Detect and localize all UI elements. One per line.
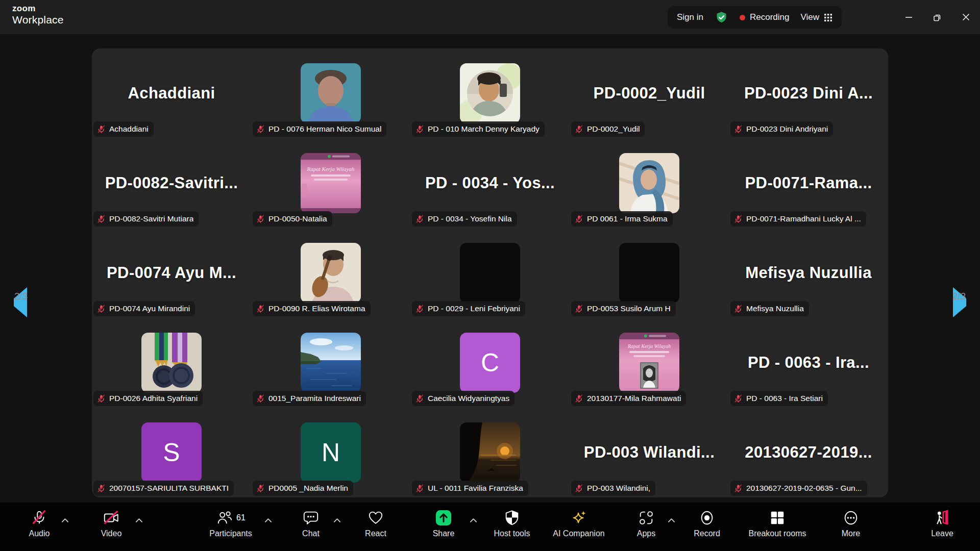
mic-muted-icon — [575, 394, 583, 403]
svg-text:Rapat Kerja Wilayah: Rapat Kerja Wilayah — [307, 166, 355, 172]
participant-name-tag: UL - 0011 Favilia Franziska — [412, 481, 528, 496]
participant-tile[interactable]: C Caecilia Widyaningtyas — [410, 318, 570, 408]
mic-muted-icon — [256, 305, 265, 313]
view-button[interactable]: View — [800, 12, 832, 22]
video-button[interactable]: Video — [68, 503, 155, 551]
restore-icon[interactable] — [923, 0, 951, 34]
participant-video-thumbnail — [301, 243, 361, 303]
participant-label: PD-0026 Adhita Syafriani — [109, 394, 198, 403]
participants-icon — [216, 509, 233, 527]
participant-label: PD - 0034 - Yosefin Nila — [428, 214, 512, 223]
participant-tile[interactable]: PD-0002_Yudil PD-0002_Yudil — [570, 48, 729, 138]
participant-tile[interactable]: PD-0071-Rama... PD-0071-Ramadhani Lucky … — [729, 138, 888, 228]
chat-icon — [302, 508, 320, 528]
heart-icon — [367, 508, 384, 528]
participant-tile[interactable]: Rapat Kerja Wilayah PD-0050-Natalia — [251, 138, 410, 228]
mic-muted-icon — [575, 305, 583, 313]
participant-tile[interactable]: PD - 0076 Herman Nico Sumual — [251, 48, 410, 138]
participant-tile[interactable]: PD-0074 Ayu M... PD-0074 Ayu Mirandini — [92, 228, 251, 318]
shield-icon — [503, 508, 521, 528]
participant-tile[interactable]: UL - 0011 Favilia Franziska — [410, 408, 570, 497]
participant-tile[interactable]: PD 0061 - Irma Sukma — [570, 138, 729, 228]
next-page-button[interactable] — [944, 284, 975, 320]
page-indicator-right: 2/3 — [952, 291, 966, 302]
share-icon — [435, 508, 452, 528]
meeting-toolbar: Audio Video 61 Participants — [0, 503, 980, 551]
participant-label: 20130177-Mila Rahmawati — [587, 394, 681, 403]
participant-name-tag: PD-0053 Susilo Arum H — [571, 301, 676, 316]
host-tools-label: Host tools — [494, 529, 530, 538]
minimize-icon[interactable] — [894, 0, 923, 34]
participant-name-tag: PD-003 Wilandini, — [571, 481, 655, 496]
mic-muted-icon — [734, 125, 743, 134]
participant-initial-avatar: N — [301, 422, 361, 483]
participant-tile[interactable]: PD-0053 Susilo Arum H — [570, 228, 729, 318]
participant-tile[interactable]: Rapat Kerja Wilayah 20130177-Mila Rahmaw… — [570, 318, 729, 408]
leave-button[interactable]: Leave — [899, 503, 980, 551]
participant-label: Achaddiani — [109, 124, 149, 134]
mic-muted-icon — [256, 215, 265, 223]
participant-label: PD - 0063 - Ira Setiari — [746, 394, 823, 403]
participant-tile[interactable]: Achaddiani Achaddiani — [92, 48, 251, 138]
logo-workplace-text: Workplace — [12, 14, 64, 25]
mic-muted-icon — [734, 394, 743, 403]
participant-video-thumbnail: Rapat Kerja Wilayah — [301, 153, 361, 213]
mic-muted-icon — [97, 305, 106, 313]
participant-tile[interactable]: PD-0090 R. Elias Wirotama — [251, 228, 410, 318]
mic-muted-icon — [415, 305, 424, 313]
sign-in-button[interactable]: Sign in — [677, 12, 703, 22]
participant-tile[interactable]: PD-0082-Savitri... PD-0082-Savitri Mutia… — [92, 138, 251, 228]
previous-page-button[interactable] — [5, 284, 36, 320]
titlebar: zoom Workplace Sign in Recording View — [0, 0, 980, 34]
participant-name-tag: PD-0074 Ayu Mirandini — [93, 301, 195, 316]
participant-tile[interactable]: PD - 0063 - Ira... PD - 0063 - Ira Setia… — [729, 318, 888, 408]
participant-tile[interactable]: PD-003 Wilandi... PD-003 Wilandini, — [570, 408, 729, 497]
participant-tile[interactable]: N PD0005 _Nadia Merlin — [251, 408, 410, 497]
participant-tile[interactable]: PD-0023 Dini A... PD-0023 Dini Andriyani — [729, 48, 888, 138]
mic-muted-icon — [734, 215, 743, 223]
mic-muted-icon — [256, 484, 265, 493]
participant-label: PD-0074 Ayu Mirandini — [109, 304, 190, 313]
participant-tile[interactable]: PD - 0029 - Leni Febriyani — [410, 228, 570, 318]
video-options-caret-icon[interactable] — [135, 516, 143, 525]
participant-name-tag: Mefisya Nuzullia — [730, 301, 809, 316]
participant-name-tag: PD - 0034 - Yosefin Nila — [412, 211, 517, 227]
meeting-area: 2/3 2/3 Achaddiani Achaddiani PD - 0 — [0, 34, 980, 503]
close-icon[interactable] — [951, 0, 980, 34]
window-controls — [894, 0, 980, 34]
record-label: Record — [694, 529, 720, 538]
participants-label: Participants — [209, 529, 252, 538]
participant-label: UL - 0011 Favilia Franziska — [428, 484, 523, 493]
recording-indicator[interactable]: Recording — [740, 12, 790, 22]
view-grid-icon — [824, 13, 832, 22]
shield-check-icon[interactable] — [715, 11, 728, 24]
participant-label: PD0005 _Nadia Merlin — [268, 484, 348, 493]
leave-icon — [934, 508, 951, 528]
mic-muted-icon — [734, 305, 743, 313]
mic-muted-icon — [256, 394, 265, 403]
participant-tile[interactable]: PD - 0034 - Yos... PD - 0034 - Yosefin N… — [410, 138, 570, 228]
mic-muted-icon — [415, 215, 424, 223]
participant-video-thumbnail — [301, 333, 361, 393]
participants-button[interactable]: 61 Participants — [187, 503, 274, 551]
gallery-container: Achaddiani Achaddiani PD - 0076 Herman N… — [92, 48, 888, 497]
participant-label: PD 0061 - Irma Sukma — [587, 214, 668, 223]
titlebar-status-pill: Sign in Recording View — [668, 6, 842, 29]
recording-label: Recording — [750, 12, 790, 22]
participant-video-thumbnail — [141, 333, 202, 393]
participant-tile[interactable]: 20130627-2019... 20130627-2019-02-0635 -… — [729, 408, 888, 497]
participant-label: PD-0071-Ramadhani Lucky Al ... — [746, 214, 861, 223]
participant-tile[interactable]: 0015_Paramita Indreswari — [251, 318, 410, 408]
participant-label: PD-0050-Natalia — [268, 214, 327, 223]
participant-name-tag: PD-0023 Dini Andriyani — [730, 121, 833, 137]
participant-tile[interactable]: PD - 010 March Denny Karyady — [410, 48, 570, 138]
participant-tile[interactable]: PD-0026 Adhita Syafriani — [92, 318, 251, 408]
participant-name-tag: 20130177-Mila Rahmawati — [571, 391, 686, 406]
mic-muted-icon — [575, 215, 583, 223]
participant-label: 0015_Paramita Indreswari — [268, 394, 361, 403]
participant-tile[interactable]: S 20070157-SARIULITA SURBAKTI — [92, 408, 251, 497]
mic-muted-icon — [97, 484, 106, 493]
participant-label: Caecilia Widyaningtyas — [428, 394, 509, 403]
participant-tile[interactable]: Mefisya Nuzullia Mefisya Nuzullia — [729, 228, 888, 318]
more-button[interactable]: More — [807, 503, 894, 551]
